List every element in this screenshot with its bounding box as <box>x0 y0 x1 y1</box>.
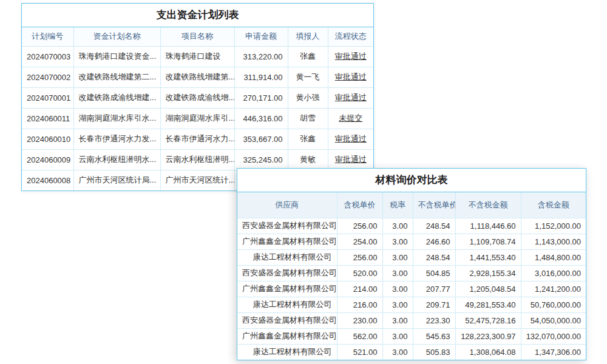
cell-amount: 313,220.00 <box>234 46 288 67</box>
cell-amount_tax: 1,152,000.00 <box>521 218 586 234</box>
column-header-project: 项目名称 <box>160 27 234 46</box>
cell-supplier[interactable]: 西安盛器金属材料有限公司 <box>237 218 337 234</box>
cell-id[interactable]: 2024060011 <box>22 108 73 129</box>
cell-unit_price_no_tax: 248.54 <box>413 218 455 234</box>
cell-amount_no_tax: 1,109,708.74 <box>455 234 521 249</box>
cell-id[interactable]: 2024070002 <box>22 67 73 87</box>
cell-tax_rate: 3.00 <box>382 312 413 328</box>
table-row[interactable]: 2024060009云南水利枢纽潜明水...云南水利枢纽潜明...325,245… <box>22 149 373 170</box>
cell-unit_price_tax: 230.00 <box>337 312 382 328</box>
cell-person[interactable]: 黄一飞 <box>288 67 328 87</box>
cell-supplier[interactable]: 广州鑫鑫金属材料有限公司 <box>237 328 337 344</box>
cell-tax_rate: 3.00 <box>382 344 413 360</box>
cell-tax_rate: 3.00 <box>382 297 413 312</box>
cell-supplier[interactable]: 广州鑫鑫金属材料有限公司 <box>237 234 337 249</box>
cell-plan[interactable]: 云南水利枢纽潜明水... <box>73 149 160 170</box>
cell-project[interactable]: 广州市天河区统计... <box>160 170 234 190</box>
table-row[interactable]: 2024060010长春市伊通河水力发...长春市伊通河水力...353,667… <box>22 129 373 149</box>
table-row[interactable]: 广州鑫鑫金属材料有限公司562.003.00545.63128,223,300.… <box>237 328 586 344</box>
cell-tax_rate: 3.00 <box>382 249 413 265</box>
cell-person[interactable]: 张鑫 <box>288 46 328 67</box>
cell-amount: 311,914.00 <box>234 67 288 87</box>
cell-amount_tax: 3,016,000.00 <box>521 265 586 281</box>
cell-unit_price_tax: 562.00 <box>337 328 382 344</box>
cell-amount_tax: 1,347,306.00 <box>521 344 586 360</box>
cell-amount_tax: 132,070,000.00 <box>521 328 586 344</box>
cell-unit_price_no_tax: 505.83 <box>413 344 455 360</box>
cell-unit_price_no_tax: 545.63 <box>413 328 455 344</box>
table-row[interactable]: 广州鑫鑫金属材料有限公司214.003.00207.771,205,048.54… <box>237 281 586 297</box>
cell-unit_price_no_tax: 504.85 <box>413 265 455 281</box>
cell-amount_no_tax: 1,118,446.60 <box>455 218 521 234</box>
cell-amount_tax: 54,050,000.00 <box>521 312 586 328</box>
cell-plan[interactable]: 珠海鹤港口建设资金... <box>73 46 160 67</box>
cell-project[interactable]: 云南水利枢纽潜明... <box>160 149 234 170</box>
cell-person[interactable]: 黄小强 <box>288 87 328 108</box>
cell-supplier[interactable]: 康达工程材料有限公司 <box>237 249 337 265</box>
cell-amount_tax: 1,484,800.00 <box>521 249 586 265</box>
cell-project[interactable]: 珠海鹤港口建设 <box>160 46 234 67</box>
cell-amount_tax: 1,241,200.00 <box>521 281 586 297</box>
cell-id[interactable]: 2024060009 <box>22 149 73 170</box>
cell-person[interactable]: 胡雪 <box>288 108 328 129</box>
cell-project[interactable]: 改建铁路成渝线增... <box>160 87 234 108</box>
column-header-id: 计划编号 <box>22 27 73 46</box>
cell-person[interactable]: 黄敏 <box>288 149 328 170</box>
cell-supplier[interactable]: 康达工程材料有限公司 <box>237 297 337 312</box>
cell-plan[interactable]: 改建铁路成渝线增建... <box>73 87 160 108</box>
cell-plan[interactable]: 湖南洞庭湖水库引水... <box>73 108 160 129</box>
table-row[interactable]: 广州鑫鑫金属材料有限公司254.003.00246.601,109,708.74… <box>237 234 586 249</box>
table-row[interactable]: 2024060011湖南洞庭湖水库引水...湖南洞庭湖水库引...446,316… <box>22 108 373 129</box>
cell-unit_price_no_tax: 209.71 <box>413 297 455 312</box>
cell-supplier[interactable]: 西安盛器金属材料有限公司 <box>237 312 337 328</box>
cell-plan[interactable]: 改建铁路线增建第二... <box>73 67 160 87</box>
cell-person[interactable]: 张鑫 <box>288 129 328 149</box>
table-row[interactable]: 康达工程材料有限公司216.003.00209.7149,281,553.405… <box>237 297 586 312</box>
cell-id[interactable]: 2024070001 <box>22 87 73 108</box>
table-row[interactable]: 康达工程材料有限公司521.003.00505.831,308,064.081,… <box>237 344 586 360</box>
cell-project[interactable]: 改建铁路线增建第... <box>160 67 234 87</box>
cell-id[interactable]: 2024060008 <box>22 170 73 190</box>
header-row: 计划编号资金计划名称项目名称申请金额填报人流程状态 <box>22 27 373 46</box>
column-header-unit_price_no_tax: 不含税单价 <box>413 192 455 218</box>
cell-amount_no_tax: 49,281,553.40 <box>455 297 521 312</box>
column-header-plan: 资金计划名称 <box>73 27 160 46</box>
cell-project[interactable]: 湖南洞庭湖水库引... <box>160 108 234 129</box>
cell-supplier[interactable]: 广州鑫鑫金属材料有限公司 <box>237 281 337 297</box>
cell-tax_rate: 3.00 <box>382 218 413 234</box>
cell-project[interactable]: 长春市伊通河水力... <box>160 129 234 149</box>
cell-unit_price_no_tax: 248.54 <box>413 249 455 265</box>
header-row: 供应商含税单价税率不含税单价不含税金额含税金额 <box>237 192 586 218</box>
cell-status[interactable]: 审批通过 <box>328 67 373 87</box>
cell-status[interactable]: 审批通过 <box>328 129 373 149</box>
cell-amount: 353,667.00 <box>234 129 288 149</box>
column-header-status: 流程状态 <box>328 27 373 46</box>
cell-unit_price_tax: 216.00 <box>337 297 382 312</box>
cell-amount_no_tax: 1,308,064.08 <box>455 344 521 360</box>
table-row[interactable]: 西安盛器金属材料有限公司520.003.00504.852,928,155.34… <box>237 265 586 281</box>
cell-unit_price_tax: 254.00 <box>337 234 382 249</box>
cell-amount_tax: 1,143,000.00 <box>521 234 586 249</box>
cell-supplier[interactable]: 康达工程材料有限公司 <box>237 344 337 360</box>
material-quote-title: 材料询价对比表 <box>237 169 586 192</box>
cell-id[interactable]: 2024070003 <box>22 46 73 67</box>
cell-plan[interactable]: 广州市天河区统计局... <box>73 170 160 190</box>
table-row[interactable]: 2024070001改建铁路成渝线增建...改建铁路成渝线增...270,171… <box>22 87 373 108</box>
cell-status[interactable]: 审批通过 <box>328 46 373 67</box>
cell-status[interactable]: 未提交 <box>328 108 373 129</box>
table-row[interactable]: 2024070003珠海鹤港口建设资金...珠海鹤港口建设313,220.00张… <box>22 46 373 67</box>
cell-plan[interactable]: 长春市伊通河水力发... <box>73 129 160 149</box>
expenditure-plan-panel: 支出资金计划列表 计划编号资金计划名称项目名称申请金额填报人流程状态202407… <box>21 3 374 191</box>
cell-id[interactable]: 2024060010 <box>22 129 73 149</box>
table-row[interactable]: 2024070002改建铁路线增建第二...改建铁路线增建第...311,914… <box>22 67 373 87</box>
expenditure-plan-table: 计划编号资金计划名称项目名称申请金额填报人流程状态2024070003珠海鹤港口… <box>22 27 373 190</box>
table-row[interactable]: 西安盛器金属材料有限公司230.003.00223.3052,475,728.1… <box>237 312 586 328</box>
table-row[interactable]: 西安盛器金属材料有限公司256.003.00248.541,118,446.60… <box>237 218 586 234</box>
table-row[interactable]: 康达工程材料有限公司256.003.00248.541,441,553.401,… <box>237 249 586 265</box>
cell-status[interactable]: 审批通过 <box>328 149 373 170</box>
cell-supplier[interactable]: 西安盛器金属材料有限公司 <box>237 265 337 281</box>
cell-tax_rate: 3.00 <box>382 234 413 249</box>
column-header-amount_tax: 含税金额 <box>521 192 586 218</box>
cell-status[interactable]: 审批通过 <box>328 87 373 108</box>
material-quote-table: 供应商含税单价税率不含税单价不含税金额含税金额西安盛器金属材料有限公司256.0… <box>237 192 586 360</box>
